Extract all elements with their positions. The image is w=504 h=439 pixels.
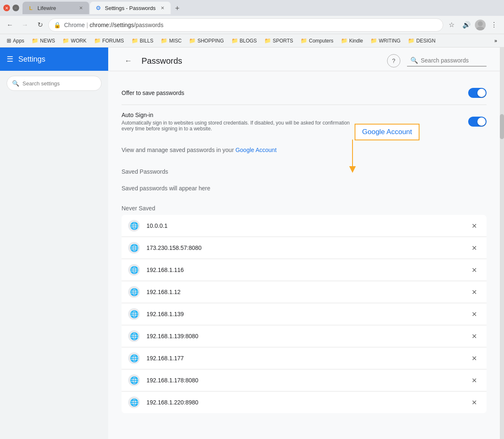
never-saved-url: 192.168.1.12 <box>146 289 462 295</box>
never-saved-item: 🌐 192.168.1.177 ✕ <box>122 347 487 369</box>
bookmark-forums-label: FORUMS <box>102 38 124 44</box>
auto-signin-toggle-knob <box>477 117 486 126</box>
bookmark-kindle[interactable]: 📁 Kindle <box>338 36 366 45</box>
bookmark-design-label: DESIGN <box>416 38 435 44</box>
google-account-row: View and manage saved passwords in your … <box>122 138 487 162</box>
never-saved-item: 🌐 192.168.1.12 ✕ <box>122 281 487 303</box>
remove-never-saved-button[interactable]: ✕ <box>468 286 480 298</box>
tab-settings-passwords-close[interactable]: ✕ <box>159 5 166 11</box>
remove-never-saved-button[interactable]: ✕ <box>468 308 480 320</box>
search-settings-icon: 🔍 <box>12 80 19 87</box>
close-window-button[interactable]: ✕ <box>3 5 10 11</box>
settings-favicon: ⚙ <box>95 5 102 11</box>
forward-button[interactable]: → <box>18 18 32 32</box>
bookmark-writing-label: WRITING <box>379 38 400 44</box>
bookmark-design[interactable]: 📁 DESIGN <box>405 36 439 45</box>
shopping-folder-icon: 📁 <box>189 37 196 44</box>
globe-icon: 🌐 <box>128 286 140 298</box>
title-bar: ✕ − L Lifewire ✕ ⚙ Settings - Passwords … <box>0 0 504 16</box>
annotation-label: Google Account <box>362 128 412 136</box>
saved-passwords-title: Saved Passwords <box>122 168 487 175</box>
nav-icons-right: ☆ 🔊 ⋮ <box>445 18 501 32</box>
scrollbar[interactable] <box>500 47 504 439</box>
remove-never-saved-button[interactable]: ✕ <box>468 374 480 386</box>
bookmark-kindle-label: Kindle <box>349 38 363 44</box>
address-brand: Chrome <box>64 22 85 28</box>
work-folder-icon: 📁 <box>62 37 69 44</box>
bookmark-bills-label: BILLS <box>140 38 154 44</box>
google-account-link[interactable]: Google Account <box>236 147 277 153</box>
offer-to-save-toggle-knob <box>477 89 486 97</box>
bookmark-star-button[interactable]: ☆ <box>445 18 458 32</box>
globe-icon: 🌐 <box>128 330 140 342</box>
never-saved-item: 🌐 192.168.1.116 ✕ <box>122 259 487 281</box>
bookmark-forums[interactable]: 📁 FORUMS <box>91 36 127 45</box>
volume-button[interactable]: 🔊 <box>460 18 473 32</box>
new-tab-button[interactable]: + <box>171 2 183 14</box>
remove-never-saved-button[interactable]: ✕ <box>468 397 480 408</box>
bookmark-apps-label: Apps <box>13 38 24 44</box>
scroll-thumb[interactable] <box>500 114 504 139</box>
globe-icon: 🌐 <box>128 397 140 408</box>
browser-content: ☰ Settings 🔍 ← Passwords ? 🔍 <box>0 47 504 439</box>
auto-signin-toggle[interactable] <box>468 117 487 127</box>
annotation-box: Google Account <box>355 124 420 140</box>
bookmark-apps[interactable]: ⊞ Apps <box>3 36 27 45</box>
hamburger-menu-button[interactable]: ☰ <box>7 55 13 64</box>
bookmark-shopping[interactable]: 📁 SHOPPING <box>186 36 227 45</box>
auto-signin-label: Auto Sign-in <box>122 112 468 118</box>
bookmark-sports-label: SPORTS <box>273 38 293 44</box>
bookmark-misc[interactable]: 📁 MISC <box>157 36 185 45</box>
remove-never-saved-button[interactable]: ✕ <box>468 264 480 276</box>
never-saved-url: 10.0.0.1 <box>146 222 462 229</box>
bookmark-news-label: NEWS <box>40 38 55 44</box>
bookmark-work[interactable]: 📁 WORK <box>59 36 89 45</box>
bookmark-computers[interactable]: 📁 Computers <box>297 36 337 45</box>
refresh-button[interactable]: ↻ <box>33 18 47 32</box>
globe-icon: 🌐 <box>128 308 140 320</box>
design-folder-icon: 📁 <box>408 37 415 44</box>
never-saved-list: 🌐 10.0.0.1 ✕ 🌐 173.230.158.57:8080 ✕ 🌐 1… <box>122 215 487 413</box>
never-saved-url: 192.168.1.139 <box>146 311 462 317</box>
never-saved-item: 🌐 192.168.1.139:8080 ✕ <box>122 325 487 347</box>
tab-lifewire-close[interactable]: ✕ <box>77 5 84 11</box>
bookmark-bills[interactable]: 📁 BILLS <box>128 36 157 45</box>
never-saved-item: 🌐 173.230.158.57:8080 ✕ <box>122 237 487 259</box>
tab-lifewire[interactable]: L Lifewire ✕ <box>22 2 89 14</box>
bookmarks-overflow-button[interactable]: » <box>491 36 501 46</box>
search-settings-field[interactable] <box>22 80 96 87</box>
settings-header: ☰ Settings <box>0 47 108 71</box>
tab-settings-passwords[interactable]: ⚙ Settings - Passwords ✕ <box>90 2 171 14</box>
chrome-menu-button[interactable]: ⋮ <box>487 18 501 32</box>
window-controls: ✕ − <box>3 5 19 11</box>
bookmark-writing[interactable]: 📁 WRITING <box>367 36 404 45</box>
search-passwords-wrapper[interactable]: 🔍 <box>407 55 487 67</box>
offer-to-save-info: Offer to save passwords <box>122 90 468 96</box>
search-settings-bar: 🔍 <box>0 71 108 96</box>
saved-passwords-section: Saved Passwords Saved passwords will app… <box>122 168 487 198</box>
search-passwords-input[interactable] <box>421 57 483 64</box>
back-to-settings-button[interactable]: ← <box>122 54 135 67</box>
misc-folder-icon: 📁 <box>161 37 167 44</box>
minimize-window-button[interactable]: − <box>12 5 19 11</box>
kindle-folder-icon: 📁 <box>341 37 348 44</box>
profile-avatar[interactable] <box>475 20 486 30</box>
never-saved-title: Never Saved <box>122 205 487 212</box>
help-button[interactable]: ? <box>387 54 400 67</box>
search-settings-input-wrapper[interactable]: 🔍 <box>7 76 102 91</box>
address-bar[interactable]: 🔒 Chrome | chrome://settings/passwords <box>48 18 443 32</box>
bookmark-news[interactable]: 📁 NEWS <box>28 36 58 45</box>
remove-never-saved-button[interactable]: ✕ <box>468 220 480 232</box>
svg-point-1 <box>476 27 484 30</box>
computers-folder-icon: 📁 <box>300 37 307 44</box>
offer-to-save-toggle[interactable] <box>468 88 487 98</box>
bookmark-blogs[interactable]: 📁 BLOGS <box>228 36 260 45</box>
bookmark-sports[interactable]: 📁 SPORTS <box>261 36 296 45</box>
news-folder-icon: 📁 <box>32 37 38 44</box>
back-button[interactable]: ← <box>3 18 17 32</box>
remove-never-saved-button[interactable]: ✕ <box>468 352 480 364</box>
remove-never-saved-button[interactable]: ✕ <box>468 242 480 254</box>
address-text: Chrome | chrome://settings/passwords <box>64 22 164 28</box>
bookmark-work-label: WORK <box>71 38 86 44</box>
remove-never-saved-button[interactable]: ✕ <box>468 330 480 342</box>
